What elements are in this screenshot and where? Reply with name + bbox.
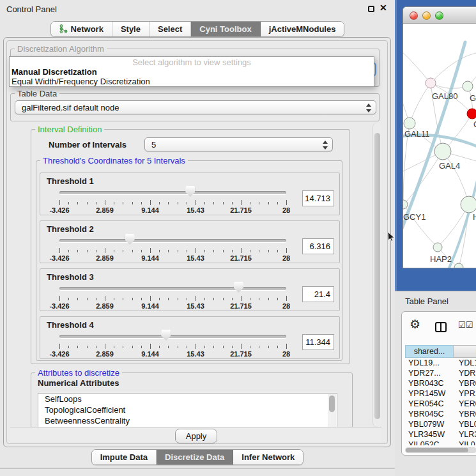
column-header-name[interactable]: na <box>454 345 476 358</box>
tab-network[interactable]: Network <box>51 22 112 36</box>
scrollbar-thumb[interactable] <box>406 448 468 452</box>
number-of-intervals-combobox[interactable]: 5 <box>144 137 333 151</box>
group-legend-attributes: Attributes to discretize <box>35 368 122 378</box>
slider-thumb[interactable] <box>234 282 243 293</box>
attributes-list-scrollbar[interactable] <box>328 394 336 427</box>
threshold-value-field[interactable]: 21.4 <box>302 286 334 302</box>
attribute-item[interactable]: SelfLoops <box>38 394 337 404</box>
tick-mark <box>77 298 78 300</box>
slider-thumb[interactable] <box>161 330 171 341</box>
slider-track[interactable] <box>59 287 286 290</box>
tick-label: 21.715 <box>224 254 258 262</box>
algorithm-option[interactable]: Manual Discretization <box>10 67 374 77</box>
tab-cyni-toolbox[interactable]: Cyni Toolbox <box>191 22 260 36</box>
slider-track[interactable] <box>59 239 286 242</box>
network-node[interactable] <box>404 118 415 129</box>
checkbox-icon: ☑ <box>458 320 466 330</box>
group-legend-interval-definition: Interval Definition <box>35 125 104 134</box>
minimize-traffic-light[interactable] <box>422 12 431 20</box>
bottom-tab-impute-data[interactable]: Impute Data <box>92 450 157 464</box>
tick-label: -3.426 <box>42 302 77 310</box>
table-row[interactable]: YBL079WYBL0 <box>405 419 476 429</box>
network-node[interactable] <box>461 196 476 213</box>
tick-label: 15.43 <box>178 254 213 262</box>
gear-icon[interactable]: ⚙ <box>410 317 420 332</box>
slider-track[interactable] <box>59 335 286 338</box>
network-canvas[interactable]: GAL80GCGAL11GAL4GCY1HHAP2 <box>403 24 476 268</box>
threshold-label: Threshold 4 <box>47 320 94 330</box>
bottom-tab-group: Impute DataDiscretize DataInfer Network <box>91 449 304 465</box>
group-legend-discretization-algorithm: Discretization Algorithm <box>15 44 107 54</box>
table-row[interactable]: YLR345WYLR3 <box>405 429 476 440</box>
cell-shared-name: YBL079W <box>408 419 444 429</box>
tab-style[interactable]: Style <box>112 22 150 36</box>
table-horizontal-scrollbar[interactable] <box>405 447 476 453</box>
table-row[interactable]: YDR27...YDR2 <box>405 368 476 378</box>
mouse-cursor <box>388 232 395 242</box>
tick-mark <box>204 250 205 252</box>
tick-label: 28 <box>269 302 303 310</box>
bottom-tab-infer-network[interactable]: Infer Network <box>233 450 303 464</box>
threshold-value-field[interactable]: 11.344 <box>302 334 334 350</box>
table-row[interactable]: YIL052CYIL0 <box>405 440 476 445</box>
settings-scroll-area: Interval Definition Number of Intervals … <box>10 123 371 427</box>
close-traffic-light[interactable] <box>410 12 418 20</box>
node-table-box: ⚙ ☑☑ shared... na YDL19...YDL1YDR27...YD… <box>401 311 476 456</box>
control-panel-body: Discretization Algorithm Select algorith… <box>3 37 391 447</box>
table-data-combobox-value: galFiltered.sif default node <box>22 103 119 112</box>
network-node[interactable] <box>434 143 451 160</box>
checkbox-icons[interactable]: ☑☑ <box>458 320 473 330</box>
slider-thumb[interactable] <box>125 234 135 245</box>
tab-jactivemnodules[interactable]: jActiveMNodules <box>261 22 344 36</box>
network-node[interactable] <box>433 243 442 252</box>
table-row[interactable]: YDL19...YDL1 <box>405 358 476 368</box>
network-edge[interactable] <box>403 50 431 83</box>
threshold-value-field[interactable]: 6.316 <box>302 238 334 254</box>
table-row[interactable]: YPR145WYPR1 <box>405 388 476 399</box>
network-edge[interactable] <box>404 151 443 204</box>
slider-track[interactable] <box>59 191 286 194</box>
network-node[interactable] <box>426 78 436 88</box>
network-edge[interactable] <box>410 83 431 123</box>
table-row[interactable]: YBR043CYBR0 <box>405 378 476 388</box>
float-window-icon[interactable] <box>368 6 374 12</box>
tick-mark <box>87 202 88 204</box>
scrollbar-thumb[interactable] <box>374 133 380 419</box>
attribute-item[interactable]: BetweennessCentrality <box>38 415 337 426</box>
network-node[interactable] <box>463 81 473 91</box>
algorithm-option[interactable]: Equal Width/Frequency Discretization <box>10 77 374 86</box>
bottom-tab-discretize-data[interactable]: Discretize Data <box>157 450 233 464</box>
tick-mark <box>141 346 142 348</box>
table-row[interactable]: YER054CYER0 <box>405 399 476 409</box>
tick-label: 9.144 <box>133 254 167 262</box>
tab-select[interactable]: Select <box>150 22 191 36</box>
apply-button[interactable]: Apply <box>175 429 217 443</box>
tick-mark <box>105 344 105 349</box>
column-layout-icon[interactable] <box>435 322 447 332</box>
column-header-shared-name[interactable]: shared... <box>405 345 454 358</box>
threshold-value-field[interactable]: 14.713 <box>302 190 334 206</box>
numerical-attributes-label: Numerical Attributes <box>38 378 119 388</box>
slider-thumb[interactable] <box>185 186 195 197</box>
network-edge[interactable] <box>443 151 469 204</box>
network-node-label: GAL11 <box>404 129 430 139</box>
network-node[interactable] <box>467 109 476 119</box>
close-icon[interactable]: ✕ <box>380 3 387 13</box>
tick-mark <box>277 346 278 348</box>
table-data-combobox[interactable]: galFiltered.sif default node <box>15 100 376 114</box>
scrollbar-thumb[interactable] <box>329 395 335 412</box>
network-window-titlebar[interactable] <box>403 7 476 24</box>
zoom-traffic-light[interactable] <box>435 12 443 20</box>
tick-mark <box>187 250 187 252</box>
tick-mark <box>150 344 151 349</box>
network-node[interactable] <box>454 263 463 268</box>
cell-shared-name: YER054C <box>408 399 444 409</box>
panel-vertical-scrollbar[interactable] <box>372 123 381 427</box>
attribute-item[interactable]: TopologicalCoefficient <box>38 404 337 415</box>
tick-mark <box>159 346 160 348</box>
table-row[interactable]: YBR045CYBR0 <box>405 409 476 419</box>
tick-mark <box>187 298 187 300</box>
cell-shared-name: YBR043C <box>408 378 444 388</box>
numerical-attributes-list[interactable]: SelfLoopsTopologicalCoefficientBetweenne… <box>38 393 337 427</box>
network-node-label: HAP2 <box>430 254 452 264</box>
